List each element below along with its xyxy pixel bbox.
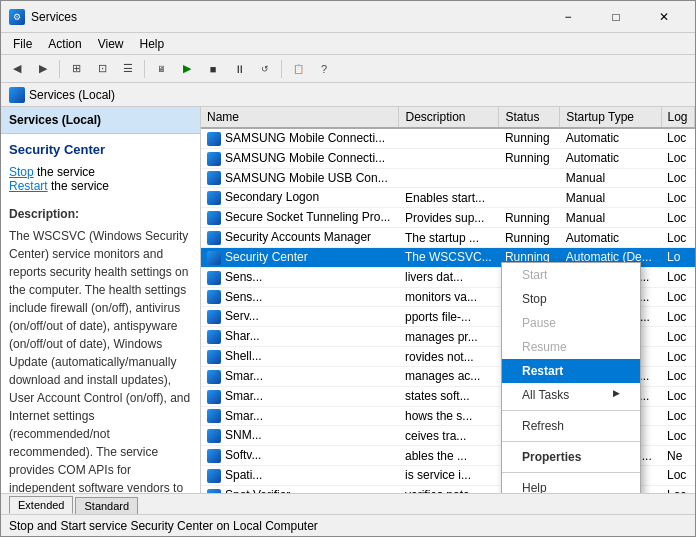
cell-status: Running <box>499 228 560 248</box>
left-panel: Services (Local) Security Center Stop th… <box>1 107 201 493</box>
stop-service-link[interactable]: Stop <box>9 165 34 179</box>
status-bar: Stop and Start service Security Center o… <box>1 514 695 536</box>
forward-button[interactable]: ▶ <box>31 58 55 80</box>
table-row[interactable]: Secondary LogonEnables start...ManualLoc <box>201 188 695 208</box>
service-icon <box>207 390 221 404</box>
cell-log: Loc <box>661 406 694 426</box>
table-row[interactable]: SAMSUNG Mobile USB Con...ManualLoc <box>201 168 695 188</box>
context-all-tasks[interactable]: All Tasks <box>502 383 640 407</box>
maximize-button[interactable]: □ <box>593 2 639 32</box>
address-bar: Services (Local) <box>1 83 695 107</box>
cell-desc <box>399 128 499 148</box>
context-refresh[interactable]: Refresh <box>502 414 640 438</box>
cell-desc: verifies pote... <box>399 485 499 493</box>
cell-status <box>499 168 560 188</box>
bottom-area: Extended Standard Stop and Start service… <box>1 493 695 536</box>
cell-desc: manages ac... <box>399 366 499 386</box>
cell-log: Loc <box>661 228 694 248</box>
context-resume[interactable]: Resume <box>502 335 640 359</box>
cell-desc: The WSCSVC... <box>399 247 499 267</box>
cell-desc <box>399 148 499 168</box>
cell-name: Security Center <box>201 247 399 267</box>
menu-view[interactable]: View <box>90 35 132 53</box>
cell-name: Sens... <box>201 267 399 287</box>
restart-service-link[interactable]: Restart <box>9 179 48 193</box>
window-title: Services <box>31 10 545 24</box>
tab-extended[interactable]: Extended <box>9 496 73 514</box>
cell-log: Loc <box>661 168 694 188</box>
main-window: ⚙ Services − □ ✕ File Action View Help ◀… <box>0 0 696 537</box>
left-panel-content: Security Center Stop the service Restart… <box>1 134 200 493</box>
service-icon <box>207 310 221 324</box>
service-icon <box>207 251 221 265</box>
cell-name: SAMSUNG Mobile Connecti... <box>201 148 399 168</box>
cell-desc: Enables start... <box>399 188 499 208</box>
service-icon <box>207 271 221 285</box>
title-bar: ⚙ Services − □ ✕ <box>1 1 695 33</box>
menu-help[interactable]: Help <box>132 35 173 53</box>
cell-desc: Provides sup... <box>399 208 499 228</box>
menu-action[interactable]: Action <box>40 35 89 53</box>
context-help[interactable]: Help <box>502 476 640 493</box>
context-restart[interactable]: Restart <box>502 359 640 383</box>
cell-startup: Manual <box>560 188 661 208</box>
cell-log: Loc <box>661 287 694 307</box>
pause-service-button[interactable]: ⏸ <box>227 58 251 80</box>
col-log[interactable]: Log <box>661 107 694 128</box>
service-icon <box>207 370 221 384</box>
col-status[interactable]: Status <box>499 107 560 128</box>
help-button[interactable]: ? <box>312 58 336 80</box>
cell-name: Serv... <box>201 307 399 327</box>
separator-1 <box>59 60 60 78</box>
properties-button[interactable]: 📋 <box>286 58 310 80</box>
context-start[interactable]: Start <box>502 263 640 287</box>
cell-status <box>499 188 560 208</box>
context-stop[interactable]: Stop <box>502 287 640 311</box>
restart-link-container: Restart the service <box>9 179 192 193</box>
address-text: Services (Local) <box>29 88 115 102</box>
col-startup[interactable]: Startup Type <box>560 107 661 128</box>
table-row[interactable]: Secure Socket Tunneling Pro...Provides s… <box>201 208 695 228</box>
app-icon: ⚙ <box>9 9 25 25</box>
restart-service-button[interactable]: ↺ <box>253 58 277 80</box>
stop-suffix: the service <box>34 165 95 179</box>
col-desc[interactable]: Description <box>399 107 499 128</box>
toolbar: ◀ ▶ ⊞ ⊡ ☰ 🖥 ▶ ■ ⏸ ↺ 📋 ? <box>1 55 695 83</box>
cell-name: Security Accounts Manager <box>201 228 399 248</box>
minimize-button[interactable]: − <box>545 2 591 32</box>
col-name[interactable]: Name <box>201 107 399 128</box>
desc-title: Description: <box>9 205 192 223</box>
start-service-button[interactable]: ▶ <box>175 58 199 80</box>
cell-startup: Manual <box>560 208 661 228</box>
cell-log: Loc <box>661 386 694 406</box>
tree-button[interactable]: ☰ <box>116 58 140 80</box>
cell-name: Spot Verifier <box>201 485 399 493</box>
cell-name: Secondary Logon <box>201 188 399 208</box>
stop-service-button[interactable]: ■ <box>201 58 225 80</box>
service-icon <box>207 132 221 146</box>
cell-name: Spati... <box>201 466 399 486</box>
cell-desc: hows the s... <box>399 406 499 426</box>
back-button[interactable]: ◀ <box>5 58 29 80</box>
table-row[interactable]: SAMSUNG Mobile Connecti...RunningAutomat… <box>201 148 695 168</box>
cell-startup: Automatic <box>560 228 661 248</box>
cell-log: Loc <box>661 347 694 367</box>
table-row[interactable]: SAMSUNG Mobile Connecti...RunningAutomat… <box>201 128 695 148</box>
show-hide-button[interactable]: ⊡ <box>90 58 114 80</box>
context-pause[interactable]: Pause <box>502 311 640 335</box>
menu-bar: File Action View Help <box>1 33 695 55</box>
tab-standard[interactable]: Standard <box>75 497 138 514</box>
cell-name: Smar... <box>201 406 399 426</box>
cell-desc <box>399 168 499 188</box>
up-button[interactable]: ⊞ <box>64 58 88 80</box>
cell-log: Loc <box>661 128 694 148</box>
menu-file[interactable]: File <box>5 35 40 53</box>
table-row[interactable]: Security Accounts ManagerThe startup ...… <box>201 228 695 248</box>
service-icon <box>207 290 221 304</box>
context-properties[interactable]: Properties <box>502 445 640 469</box>
connect-button[interactable]: 🖥 <box>149 58 173 80</box>
cell-log: Loc <box>661 208 694 228</box>
cell-log: Loc <box>661 148 694 168</box>
close-button[interactable]: ✕ <box>641 2 687 32</box>
service-icon <box>207 469 221 483</box>
